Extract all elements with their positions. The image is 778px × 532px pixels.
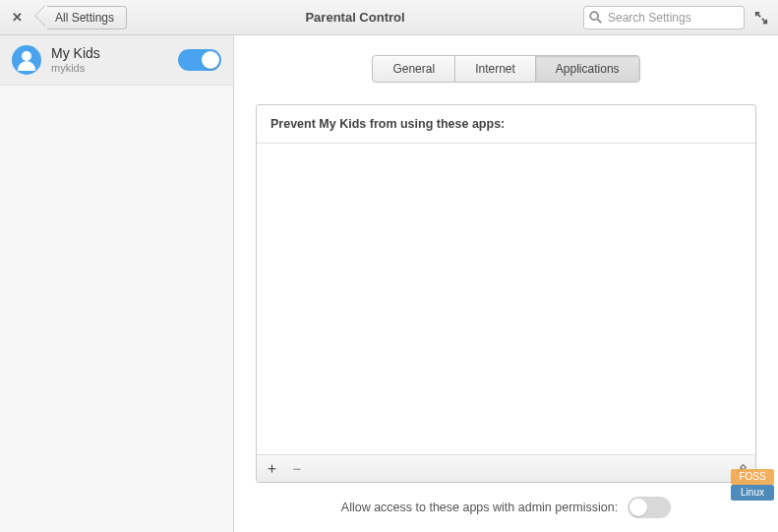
blocked-apps-toolbar: ＋ −: [257, 454, 755, 482]
user-names: My Kids mykids: [51, 45, 168, 75]
user-display-name: My Kids: [51, 45, 168, 62]
remove-app-button[interactable]: −: [288, 460, 306, 478]
svg-line-1: [598, 19, 602, 23]
tab-internet[interactable]: Internet: [455, 56, 536, 82]
admin-permission-label: Allow access to these apps with admin pe…: [341, 501, 618, 514]
blocked-apps-panel: Prevent My Kids from using these apps: ＋…: [256, 104, 756, 483]
back-all-settings-button[interactable]: All Settings: [47, 6, 127, 30]
maximize-icon[interactable]: [750, 7, 772, 29]
tab-group: General Internet Applications: [372, 55, 639, 83]
search-input[interactable]: [583, 6, 745, 30]
svg-point-0: [590, 12, 598, 20]
avatar-icon: [12, 45, 41, 75]
search-field-wrap: [583, 6, 745, 30]
clear-apps-icon[interactable]: [732, 460, 749, 478]
titlebar: ✕ All Settings Parental Control: [0, 0, 778, 35]
body: My Kids mykids General Internet Applicat…: [0, 35, 778, 532]
search-icon: [588, 10, 602, 24]
user-login-name: mykids: [51, 62, 168, 75]
tab-general[interactable]: General: [373, 56, 455, 82]
close-icon[interactable]: ✕: [6, 7, 28, 29]
breadcrumb-label: All Settings: [55, 11, 114, 25]
blocked-apps-header: Prevent My Kids from using these apps:: [257, 105, 755, 144]
user-enable-toggle[interactable]: [178, 49, 221, 71]
tab-applications[interactable]: Applications: [536, 56, 639, 82]
add-app-button[interactable]: ＋: [263, 460, 280, 478]
main-panel: General Internet Applications Prevent My…: [234, 35, 778, 532]
blocked-apps-list[interactable]: [257, 144, 755, 454]
tab-bar: General Internet Applications: [256, 55, 756, 83]
sidebar: My Kids mykids: [0, 35, 234, 532]
admin-permission-toggle[interactable]: [628, 497, 671, 518]
admin-permission-row: Allow access to these apps with admin pe…: [256, 483, 756, 522]
sidebar-user-row[interactable]: My Kids mykids: [0, 35, 233, 86]
page-title: Parental Control: [133, 10, 577, 25]
